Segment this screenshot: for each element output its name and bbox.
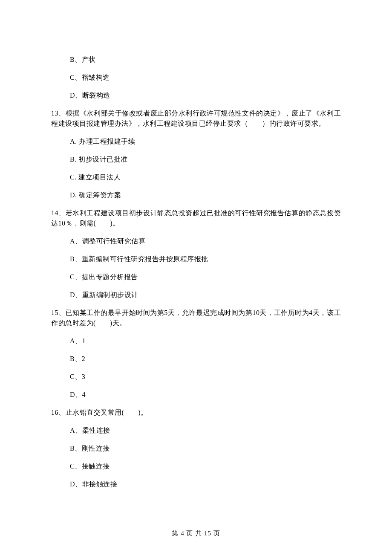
option-b: B、重新编制可行性研究报告并按原程序报批: [70, 254, 341, 264]
option-b: B、刚性连接: [70, 443, 341, 454]
option-a: A、1: [70, 336, 341, 346]
option-d: D、断裂构造: [70, 90, 341, 101]
q12-remaining-options: B、产状 C、褶皱构造 D、断裂构造: [51, 55, 341, 101]
q14-stem: 14、若水利工程建设项目初步设计静态总投资超过已批准的可行性研究报告估算的静态总…: [51, 208, 341, 228]
option-d: D、非接触连接: [70, 479, 341, 489]
option-c: C、褶皱构造: [70, 72, 341, 83]
q16-stem: 16、止水铅直交叉常用( )。: [51, 408, 341, 418]
option-c: C、3: [70, 372, 341, 382]
q13-stem: 13、根据《水利部关于修改或者废止部分水利行政许可规范性文件的决定》，废止了《水…: [51, 108, 341, 129]
option-c: C. 建立项目法人: [70, 172, 341, 182]
option-a: A、柔性连接: [70, 425, 341, 436]
q16-options: A、柔性连接 B、刚性连接 C、接触连接 D、非接触连接: [51, 425, 341, 489]
option-d: D、4: [70, 390, 341, 400]
q13-options: A. 办理工程报建手续 B. 初步设计已批准 C. 建立项目法人 D. 确定筹资…: [51, 136, 341, 200]
option-b: B、2: [70, 354, 341, 364]
option-a: A、调整可行性研究估算: [70, 236, 341, 246]
q14-options: A、调整可行性研究估算 B、重新编制可行性研究报告并按原程序报批 C、提出专题分…: [51, 236, 341, 300]
option-b: B. 初步设计已批准: [70, 154, 341, 165]
option-a: A. 办理工程报建手续: [70, 136, 341, 147]
option-c: C、接触连接: [70, 461, 341, 471]
q15-stem: 15、已知某工作的最早开始时间为第5天，允许最迟完成时间为第10天，工作历时为4…: [51, 308, 341, 328]
option-c: C、提出专题分析报告: [70, 272, 341, 282]
option-b: B、产状: [70, 55, 341, 65]
q15-options: A、1 B、2 C、3 D、4: [51, 336, 341, 400]
option-d: D. 确定筹资方案: [70, 190, 341, 200]
page-footer: 第 4 页 共 15 页: [0, 529, 392, 538]
option-d: D、重新编制初步设计: [70, 290, 341, 300]
page: B、产状 C、褶皱构造 D、断裂构造 13、根据《水利部关于修改或者废止部分水利…: [0, 0, 392, 555]
